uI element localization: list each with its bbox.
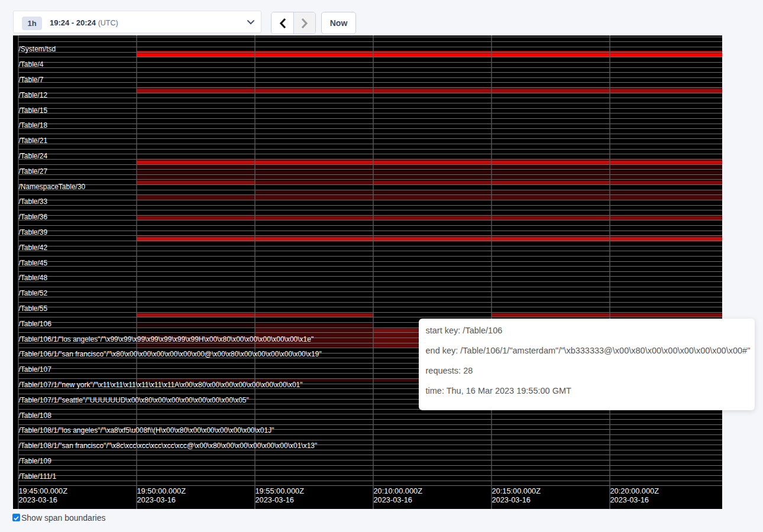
svg-text:20:10:00.000Z: 20:10:00.000Z (374, 486, 423, 495)
svg-text:/Table/52: /Table/52 (19, 289, 48, 297)
svg-text:/Table/36: /Table/36 (19, 213, 48, 221)
svg-text:/Table/21: /Table/21 (19, 137, 48, 145)
svg-text:2023-03-16: 2023-03-16 (492, 495, 531, 504)
svg-text:/System/tsd: /System/tsd (19, 45, 56, 53)
svg-text:/Table/4: /Table/4 (19, 60, 44, 69)
svg-text:/Table/55: /Table/55 (19, 304, 48, 313)
svg-text:2023-03-16: 2023-03-16 (19, 495, 57, 504)
svg-text:/Table/7: /Table/7 (19, 76, 44, 84)
svg-text:/Table/108: /Table/108 (19, 411, 52, 420)
svg-text:/Table/108/1/"los angeles"/"\x: /Table/108/1/"los angeles"/"\xa8\xf5\u00… (19, 426, 274, 434)
svg-text:/Table/18: /Table/18 (19, 121, 48, 129)
svg-text:/Table/109: /Table/109 (19, 457, 52, 465)
svg-text:2023-03-16: 2023-03-16 (374, 495, 412, 504)
svg-text:/Table/107/1/"new york"/"\x11\: /Table/107/1/"new york"/"\x11\x11\x11\x1… (19, 381, 303, 389)
svg-text:/Table/107: /Table/107 (19, 365, 52, 374)
svg-text:/Table/42: /Table/42 (19, 244, 48, 252)
svg-text:/Table/106/1/"san francisco"/": /Table/106/1/"san francisco"/"\x80\x00\x… (19, 350, 322, 358)
svg-text:2023-03-16: 2023-03-16 (137, 495, 176, 504)
svg-text:/Table/33: /Table/33 (19, 197, 48, 206)
svg-text:/Table/24: /Table/24 (19, 152, 48, 160)
svg-text:/Table/45: /Table/45 (19, 259, 48, 267)
svg-text:2023-03-16: 2023-03-16 (610, 495, 649, 504)
svg-text:/Table/15: /Table/15 (19, 106, 48, 115)
svg-text:20:20:00.000Z: 20:20:00.000Z (610, 486, 659, 495)
svg-text:/NamespaceTable/30: /NamespaceTable/30 (19, 183, 86, 191)
svg-text:/Table/106: /Table/106 (19, 320, 52, 328)
svg-text:19:45:00.000Z: 19:45:00.000Z (19, 486, 68, 495)
svg-text:/Table/107/1/"seattle"/"UUUUUU: /Table/107/1/"seattle"/"UUUUUUD\x00\x80\… (19, 396, 249, 404)
svg-text:/Table/106/1/"los angeles"/"\x: /Table/106/1/"los angeles"/"\x99\x99\x99… (19, 335, 314, 343)
svg-text:/Table/48: /Table/48 (19, 274, 48, 282)
svg-text:2023-03-16: 2023-03-16 (256, 495, 294, 504)
svg-text:19:50:00.000Z: 19:50:00.000Z (137, 486, 186, 495)
svg-text:/Table/12: /Table/12 (19, 91, 48, 99)
svg-text:/Table/111/1: /Table/111/1 (19, 472, 57, 481)
svg-text:/Table/27: /Table/27 (19, 167, 48, 176)
svg-text:20:15:00.000Z: 20:15:00.000Z (492, 486, 541, 495)
svg-text:/Table/108/1/"san francisco"/": /Table/108/1/"san francisco"/"\x8c\xcc\x… (19, 442, 318, 450)
svg-text:19:55:00.000Z: 19:55:00.000Z (256, 486, 305, 495)
svg-text:/Table/39: /Table/39 (19, 228, 48, 236)
